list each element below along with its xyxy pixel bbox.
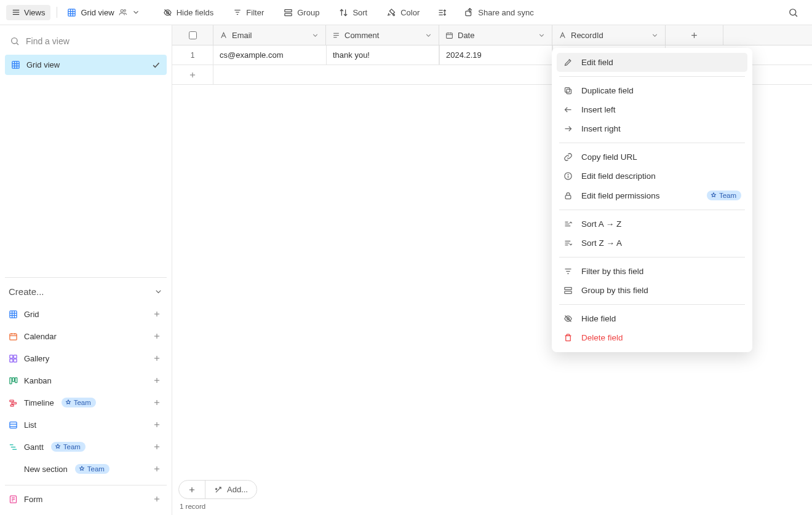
create-list[interactable]: List (5, 414, 167, 436)
column-header-recordid[interactable]: RecordId (552, 25, 666, 45)
menu-item-edit_desc[interactable]: Edit field description (557, 167, 747, 186)
menu-item-copy_url[interactable]: Copy field URL (557, 147, 747, 167)
find-view-input[interactable]: Find a view (5, 30, 167, 52)
chevron-down-icon[interactable] (311, 31, 319, 39)
views-label: Views (24, 8, 45, 17)
create-kanban[interactable]: Kanban (5, 369, 167, 391)
team-pill: Team (707, 191, 741, 200)
magic-icon (214, 486, 223, 494)
chevron-down-icon[interactable] (424, 31, 432, 39)
create-header[interactable]: Create... (5, 278, 167, 303)
text-type-icon (220, 31, 228, 39)
search-button[interactable] (784, 4, 802, 21)
create-gantt[interactable]: GanttTeam (5, 436, 167, 458)
eye-off-icon (163, 8, 172, 17)
svg-rect-52 (10, 377, 12, 383)
chevron-down-icon (132, 8, 140, 17)
menu-item-delete[interactable]: Delete field (557, 328, 747, 347)
column-header-date[interactable]: Date (439, 25, 552, 45)
create-item-label: Kanban (24, 376, 52, 385)
menu-item-insert_left[interactable]: Insert left (557, 100, 747, 119)
svg-point-8 (121, 10, 123, 12)
col-label: Comment (344, 31, 379, 40)
row-number: 1 (172, 45, 213, 65)
create-item-add[interactable] (151, 396, 163, 409)
add-record-buttons: Add... (178, 480, 257, 499)
team-pill: Team (51, 442, 86, 452)
views-button[interactable]: Views (6, 5, 50, 20)
grid-icon (67, 8, 76, 17)
add-record-plus[interactable] (179, 481, 205, 498)
col-label: RecordId (571, 31, 603, 40)
link-icon (563, 152, 573, 162)
menu-item-label: Edit field (581, 58, 613, 67)
menu-item-sort_az[interactable]: Sort A → Z (557, 214, 747, 234)
menu-item-duplicate[interactable]: Duplicate field (557, 81, 747, 100)
chevron-down-icon[interactable] (651, 31, 659, 39)
group-button[interactable]: Group (278, 5, 325, 20)
add-menu-label: Add... (227, 485, 248, 494)
create-calendar[interactable]: Calendar (5, 325, 167, 347)
cell-date[interactable]: 2024.2.19 (439, 45, 552, 65)
create-item-add[interactable] (151, 352, 163, 364)
create-item-add[interactable] (151, 463, 163, 475)
menu-item-filter_by[interactable]: Filter by this field (557, 262, 747, 281)
menu-item-edit[interactable]: Edit field (557, 53, 747, 72)
cell-email[interactable]: cs@example.com (213, 45, 326, 65)
filter-button[interactable]: Filter (228, 5, 269, 20)
toolbar-divider (57, 7, 57, 18)
color-button[interactable]: Color (381, 5, 425, 20)
svg-rect-28 (12, 61, 19, 68)
create-item-label: Grid (24, 310, 39, 319)
current-view-switcher[interactable]: Grid view (63, 5, 143, 20)
share-button[interactable]: Share and sync (459, 5, 539, 20)
chevron-down-icon[interactable] (538, 31, 546, 39)
add-record-menu[interactable]: Add... (205, 481, 257, 498)
gantt-icon (9, 442, 18, 452)
create-timeline[interactable]: TimelineTeam (5, 391, 167, 414)
view-item-gridview[interactable]: Grid view (5, 55, 167, 75)
svg-rect-48 (10, 359, 13, 362)
team-pill: Team (62, 398, 96, 407)
pencil-icon (563, 58, 573, 67)
row-height-button[interactable] (434, 5, 450, 20)
add-form-button[interactable] (151, 493, 163, 505)
column-header-comment[interactable]: Comment (326, 25, 439, 45)
create-form[interactable]: Form (5, 488, 167, 510)
grid-icon (9, 310, 18, 319)
menu-item-insert_right[interactable]: Insert right (557, 119, 747, 138)
team-pill: Team (75, 464, 109, 474)
create-item-add[interactable] (151, 330, 163, 342)
menu-item-label: Hide field (581, 314, 616, 323)
field-context-menu: Edit fieldDuplicate fieldInsert leftInse… (552, 48, 752, 352)
create-item-add[interactable] (151, 308, 163, 320)
svg-line-25 (795, 14, 797, 16)
sort-icon (339, 8, 348, 17)
create-grid[interactable]: Grid (5, 303, 167, 325)
plus-icon (690, 31, 699, 40)
svg-rect-53 (12, 377, 14, 381)
create-item-add[interactable] (151, 419, 163, 431)
add-field-button[interactable] (666, 25, 723, 45)
menu-item-sort_za[interactable]: Sort Z → A (557, 234, 747, 253)
create-item-label: Gallery (24, 354, 49, 363)
create-item-add[interactable] (151, 374, 163, 387)
menu-item-label: Insert left (581, 105, 616, 114)
filter-label: Filter (246, 8, 264, 17)
menu-item-hide[interactable]: Hide field (557, 309, 747, 328)
search-icon (10, 36, 20, 46)
hide-fields-button[interactable]: Hide fields (157, 5, 220, 20)
menu-item-edit_perm[interactable]: Edit field permissionsTeam (557, 186, 747, 205)
sort-button[interactable]: Sort (333, 5, 373, 20)
row-height-icon (437, 8, 447, 17)
cell-comment[interactable]: thank you! (326, 45, 439, 65)
create-item-add[interactable] (151, 441, 163, 453)
select-all-checkbox[interactable] (172, 25, 213, 45)
sort-asc-icon (563, 219, 573, 229)
menu-item-group_by[interactable]: Group by this field (557, 281, 747, 300)
column-header-email[interactable]: Email (213, 25, 326, 45)
filter-icon (233, 8, 242, 17)
create-new-section[interactable]: New sectionTeam (5, 458, 167, 480)
cell-value: cs@example.com (220, 50, 284, 60)
create-gallery[interactable]: Gallery (5, 347, 167, 369)
